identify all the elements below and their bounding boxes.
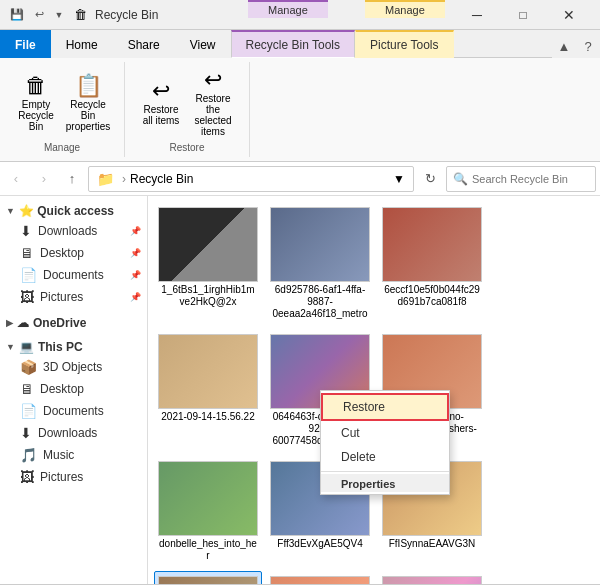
context-menu-divider (321, 471, 449, 472)
tab-share[interactable]: Share (113, 30, 175, 58)
sidebar-item-pictures2[interactable]: 🖼 Pictures (0, 466, 147, 488)
pictures-icon: 🖼 (20, 289, 34, 305)
address-dropdown-arrow[interactable]: ▼ (393, 172, 405, 186)
tab-home[interactable]: Home (51, 30, 113, 58)
file-image-f11 (271, 577, 369, 584)
file-image-f3 (383, 208, 481, 281)
address-chevron: › (122, 172, 126, 186)
file-item-f11[interactable] (266, 571, 374, 584)
sidebar-item-pictures[interactable]: 🖼 Pictures 📌 (0, 286, 147, 308)
recycle-bin-properties-button[interactable]: 📋 Recycle Bin properties (64, 72, 112, 135)
tab-picture-tools[interactable]: Picture Tools (355, 30, 453, 58)
file-thumb-f10 (158, 576, 258, 584)
file-name-f3: 6eccf10e5f0b044fc29d691b7ca081f8 (383, 284, 481, 308)
sidebar-item-desktop-label: Desktop (40, 246, 84, 260)
close-button[interactable]: ✕ (546, 1, 592, 29)
refresh-button[interactable]: ↻ (418, 167, 442, 191)
file-thumb-f7 (158, 461, 258, 536)
sidebar-onedrive-label: OneDrive (33, 316, 86, 330)
sidebar-item-desktop[interactable]: 🖥 Desktop 📌 (0, 242, 147, 264)
context-menu-properties-header: Properties (321, 474, 449, 492)
context-menu-restore[interactable]: Restore (321, 393, 449, 421)
sidebar-quick-access-header[interactable]: ▼ ⭐ Quick access (0, 202, 147, 220)
maximize-button[interactable]: □ (500, 1, 546, 29)
sidebar-item-documents[interactable]: 📄 Documents 📌 (0, 264, 147, 286)
main-area: ▼ ⭐ Quick access ⬇ Downloads 📌 🖥 Desktop… (0, 196, 600, 584)
restore-selected-button[interactable]: ↩ Restore the selected items (189, 66, 237, 140)
properties-icon: 📋 (75, 75, 102, 97)
search-input[interactable] (472, 173, 600, 185)
file-item-f10[interactable]: metro-don-donny-pan-belle-mi-hes-into-h.… (154, 571, 262, 584)
file-item-f3[interactable]: 6eccf10e5f0b044fc29d691b7ca081f8 (378, 202, 486, 325)
sidebar-item-documents-label: Documents (43, 268, 104, 282)
restore-buttons: ↩ Restore all items ↩ Restore the select… (137, 66, 237, 140)
ribbon-collapse-btn[interactable]: ▲ (552, 34, 576, 58)
music-icon: 🎵 (20, 447, 37, 463)
file-name-f8: Fff3dEvXgAE5QV4 (271, 538, 369, 550)
file-item-f12[interactable]: TeamGalaxy-DonBelle-brings-awesome-to-th… (378, 571, 486, 584)
quick-save-btn[interactable]: 💾 (8, 6, 26, 24)
file-image-f4 (159, 335, 257, 408)
restore-selected-icon: ↩ (204, 69, 222, 91)
file-item-f2[interactable]: 6d925786-6af1-4ffa-9887-0eeaa2a46f18_met… (266, 202, 374, 325)
tab-recycle-bin-tools[interactable]: Recycle Bin Tools (231, 30, 356, 58)
address-path[interactable]: 📁 › Recycle Bin ▼ (88, 166, 414, 192)
tab-file[interactable]: File (0, 30, 51, 58)
quick-dropdown-btn[interactable]: ▼ (52, 6, 66, 24)
pictures-pin-icon: 📌 (130, 292, 141, 302)
up-button[interactable]: ↑ (60, 167, 84, 191)
sidebar-item-music[interactable]: 🎵 Music (0, 444, 147, 466)
tab-view[interactable]: View (175, 30, 231, 58)
ribbon-group-restore: ↩ Restore all items ↩ Restore the select… (125, 62, 250, 157)
this-pc-icon: 💻 (19, 340, 34, 354)
sidebar-music-label: Music (43, 448, 74, 462)
pictures2-icon: 🖼 (20, 469, 34, 485)
file-name-f2: 6d925786-6af1-4ffa-9887-0eeaa2a46f18_met… (271, 284, 369, 320)
sidebar-documents2-label: Documents (43, 404, 104, 418)
file-thumb-f12 (382, 576, 482, 584)
restore-all-button[interactable]: ↩ Restore all items (137, 75, 185, 131)
back-button[interactable]: ‹ (4, 167, 28, 191)
file-item-f4[interactable]: 2021-09-14-15.56.22 (154, 329, 262, 452)
sidebar-onedrive-header[interactable]: ▶ ☁ OneDrive (0, 314, 147, 332)
desktop-icon: 🖥 (20, 245, 34, 261)
sidebar-item-documents2[interactable]: 📄 Documents (0, 400, 147, 422)
sidebar-item-downloads-label: Downloads (38, 224, 97, 238)
sidebar-item-pictures-label: Pictures (40, 290, 83, 304)
sidebar-item-desktop2[interactable]: 🖥 Desktop (0, 378, 147, 400)
quick-undo-btn[interactable]: ↩ (30, 6, 48, 24)
file-item-f1[interactable]: 1_6tBs1_1irghHib1mve2HkQ@2x (154, 202, 262, 325)
minimize-button[interactable]: ─ (454, 1, 500, 29)
empty-recycle-bin-button[interactable]: 🗑 Empty Recycle Bin (12, 72, 60, 135)
ribbon-help-btn[interactable]: ? (576, 34, 600, 58)
file-image-f10 (159, 577, 257, 584)
empty-bin-icon: 🗑 (25, 75, 47, 97)
address-path-text: Recycle Bin (130, 172, 193, 186)
file-name-f9: FfISynnaEAAVG3N (383, 538, 481, 550)
forward-button[interactable]: › (32, 167, 56, 191)
sidebar-item-downloads[interactable]: ⬇ Downloads 📌 (0, 220, 147, 242)
documents2-icon: 📄 (20, 403, 37, 419)
sidebar-this-pc-header[interactable]: ▼ 💻 This PC (0, 338, 147, 356)
manage-buttons: 🗑 Empty Recycle Bin 📋 Recycle Bin proper… (12, 66, 112, 140)
restore-all-icon: ↩ (152, 80, 170, 102)
sidebar-3dobjects-label: 3D Objects (43, 360, 102, 374)
file-thumb-f11 (270, 576, 370, 584)
manage-purple-label: Manage (248, 0, 328, 18)
sidebar-pictures2-label: Pictures (40, 470, 83, 484)
title-bar-controls: ─ □ ✕ (454, 1, 592, 29)
manage-yellow-label: Manage (365, 0, 445, 18)
file-name-f7: donbelle_hes_into_her (159, 538, 257, 562)
3dobjects-icon: 📦 (20, 359, 37, 375)
context-menu-cut[interactable]: Cut (321, 421, 449, 445)
sidebar-item-downloads2[interactable]: ⬇ Downloads (0, 422, 147, 444)
file-image-f7 (159, 462, 257, 535)
file-item-f7[interactable]: donbelle_hes_into_her (154, 456, 262, 567)
search-box[interactable]: 🔍 (446, 166, 596, 192)
title-bar-title: Recycle Bin (95, 8, 158, 22)
file-image-f2 (271, 208, 369, 281)
sidebar-item-3dobjects[interactable]: 📦 3D Objects (0, 356, 147, 378)
ribbon-group-manage: 🗑 Empty Recycle Bin 📋 Recycle Bin proper… (0, 62, 125, 157)
this-pc-chevron: ▼ (6, 342, 15, 352)
context-menu-delete[interactable]: Delete (321, 445, 449, 469)
